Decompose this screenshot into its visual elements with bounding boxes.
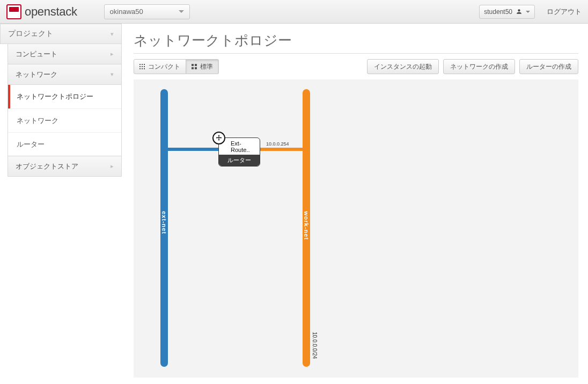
user-icon <box>516 8 523 15</box>
svg-rect-10 <box>195 64 197 66</box>
svg-rect-3 <box>139 66 141 67</box>
sidebar-group-object-store[interactable]: オブジェクトストア ▸ <box>8 156 122 177</box>
svg-rect-12 <box>195 67 197 69</box>
sidebar-item-network-topology[interactable]: ネットワークトポロジー <box>8 85 121 108</box>
svg-rect-6 <box>139 68 141 69</box>
user-menu[interactable]: student50 <box>479 5 535 19</box>
chevron-right-icon: ▸ <box>111 163 114 170</box>
svg-rect-0 <box>139 64 141 65</box>
toolbar: コンパクト 標準 インスタンスの起動 ネットワークの作成 ルーターの作成 <box>134 59 578 74</box>
chevron-down-icon: ▾ <box>111 31 114 38</box>
main-content: ネットワークトポロジー コンパクト 標準 インスタ <box>122 24 588 378</box>
router-type-label: ルーター <box>219 155 260 166</box>
chevron-down-icon <box>526 11 530 13</box>
grid-large-icon <box>192 64 197 69</box>
grid-small-icon <box>139 64 145 69</box>
sidebar-root-label: プロジェクト <box>8 29 53 39</box>
button-label: インスタンスの起動 <box>374 62 432 71</box>
create-router-button[interactable]: ルーターの作成 <box>519 59 578 74</box>
svg-rect-2 <box>144 64 145 65</box>
brand-text: openstack <box>25 5 77 19</box>
network-label-work-net: work-net <box>303 211 310 240</box>
page-title: ネットワークトポロジー <box>134 31 578 50</box>
sidebar-group-compute[interactable]: コンピュート ▸ <box>8 44 122 64</box>
svg-rect-7 <box>142 68 143 69</box>
view-normal-label: 標準 <box>200 62 213 71</box>
launch-instance-button[interactable]: インスタンスの起動 <box>367 59 439 74</box>
sidebar-item-networks[interactable]: ネットワーク <box>8 108 121 132</box>
project-selector[interactable]: okinawa50 <box>104 4 190 19</box>
router-name-label: Ext-Route.. <box>219 138 260 155</box>
sidebar-item-label: ネットワークトポロジー <box>17 92 93 102</box>
router-interface-ip: 10.0.0.254 <box>266 141 289 147</box>
sidebar-root-project[interactable]: プロジェクト ▾ <box>0 24 122 44</box>
user-name-label: student50 <box>484 8 512 16</box>
sidebar-group-label: コンピュート <box>16 49 57 59</box>
sidebar-group-network[interactable]: ネットワーク ▾ <box>8 64 122 85</box>
view-compact-label: コンパクト <box>148 62 180 71</box>
create-network-button[interactable]: ネットワークの作成 <box>443 59 515 74</box>
svg-rect-9 <box>192 64 194 66</box>
sidebar: プロジェクト ▾ コンピュート ▸ ネットワーク ▾ ネットワークトポロジー ネ… <box>0 24 122 378</box>
divider <box>134 53 578 54</box>
chevron-down-icon <box>179 10 184 13</box>
router-node[interactable]: Ext-Route.. ルーター <box>218 137 260 166</box>
topology-canvas[interactable]: ext-net work-net 10.0.0.0/24 10.0.0.254 … <box>134 79 578 378</box>
network-cidr-work-net: 10.0.0.0/24 <box>312 332 318 359</box>
svg-rect-11 <box>192 67 194 69</box>
network-label-ext-net: ext-net <box>161 211 167 234</box>
sidebar-group-label: オブジェクトストア <box>16 162 78 171</box>
sidebar-group-label: ネットワーク <box>16 70 57 79</box>
project-selected-label: okinawa50 <box>110 8 143 16</box>
router-link-work-net <box>254 148 304 151</box>
openstack-logo-icon <box>6 4 21 19</box>
brand-logo[interactable]: openstack <box>6 4 77 19</box>
button-label: ルーターの作成 <box>526 62 571 71</box>
svg-rect-4 <box>142 66 143 67</box>
svg-rect-1 <box>142 64 143 65</box>
svg-rect-8 <box>144 68 145 69</box>
sidebar-item-label: ネットワーク <box>17 116 58 126</box>
view-normal-button[interactable]: 標準 <box>186 59 219 74</box>
button-label: ネットワークの作成 <box>450 62 508 71</box>
sidebar-group-network-items: ネットワークトポロジー ネットワーク ルーター <box>8 85 122 156</box>
logout-link[interactable]: ログアウト <box>547 7 582 17</box>
chevron-down-icon: ▾ <box>111 71 114 78</box>
view-compact-button[interactable]: コンパクト <box>134 59 186 74</box>
router-link-ext-net <box>167 148 221 151</box>
view-mode-toggle: コンパクト 標準 <box>134 59 219 74</box>
sidebar-item-label: ルーター <box>17 140 45 149</box>
chevron-right-icon: ▸ <box>111 50 114 57</box>
svg-rect-5 <box>144 66 145 67</box>
sidebar-item-routers[interactable]: ルーター <box>8 132 121 156</box>
